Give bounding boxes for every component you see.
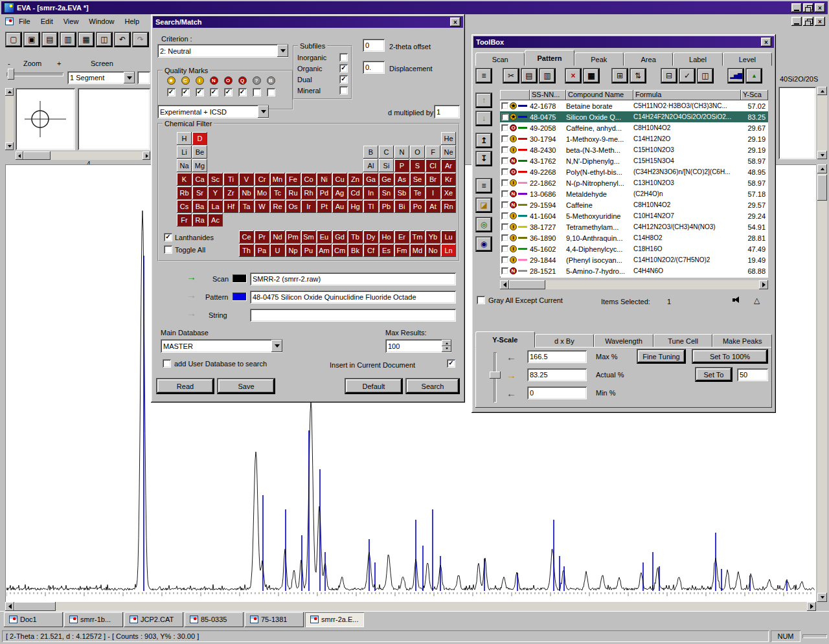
restore-icon[interactable]	[803, 3, 813, 12]
element-cell[interactable]: Pd	[317, 186, 332, 199]
chevron-down-icon[interactable]	[124, 72, 135, 83]
import-icon[interactable]: ▣	[23, 32, 40, 47]
element-cell[interactable]: Nd	[270, 230, 285, 243]
element-cell[interactable]: H	[177, 132, 192, 145]
criterion-select[interactable]: 2: Neutral	[157, 44, 288, 58]
element-cell[interactable]: Cl	[426, 159, 440, 172]
table-hscrollbar[interactable]	[500, 280, 768, 289]
element-cell[interactable]: Nb	[239, 186, 254, 199]
element-cell[interactable]: Os	[286, 200, 301, 213]
column-header[interactable]: SS-NN...	[530, 90, 566, 100]
element-cell[interactable]: Ba	[192, 200, 207, 213]
new-icon[interactable]: ▢	[5, 32, 22, 47]
window-icon[interactable]: ◫	[697, 68, 714, 83]
main-titlebar[interactable]: EVA - [smrr-2a.EVA *] ×	[1, 1, 828, 14]
element-cell[interactable]: Po	[410, 200, 425, 213]
element-cell[interactable]: Zr	[223, 186, 238, 199]
save-icon[interactable]: ▥	[60, 32, 76, 47]
element-cell[interactable]: Sc	[208, 173, 223, 186]
undo-icon[interactable]: ↶	[114, 32, 131, 47]
scroll-down-icon[interactable]	[817, 593, 827, 602]
paint-icon[interactable]: ◪	[475, 197, 492, 213]
delete-icon[interactable]: ×	[565, 68, 582, 83]
print-icon[interactable]: ⊟	[661, 68, 677, 83]
element-cell[interactable]: Te	[410, 186, 425, 199]
scrollbar-thumb[interactable]	[509, 280, 545, 289]
element-cell[interactable]: Pt	[317, 200, 332, 213]
element-cell[interactable]: Ho	[379, 230, 394, 243]
element-cell[interactable]: Kr	[441, 173, 456, 186]
quality-mark-checkbox[interactable]	[253, 88, 261, 96]
pattern-list-row[interactable]: I 45-1602 4,4-Diphenylcyc... C18H16O 47.…	[500, 243, 768, 254]
string-field[interactable]	[250, 309, 456, 322]
quality-mark-checkbox[interactable]	[224, 88, 233, 96]
row-checkbox[interactable]	[501, 256, 508, 263]
toolbox-tab[interactable]: Pattern	[525, 50, 574, 66]
element-cell[interactable]: Fe	[286, 173, 301, 186]
underlying-list-pane[interactable]	[778, 87, 816, 159]
close-icon[interactable]: ×	[761, 38, 771, 47]
quality-mark-checkbox[interactable]	[196, 88, 204, 96]
element-cell[interactable]: Np	[286, 244, 301, 257]
element-cell[interactable]: In	[363, 186, 378, 199]
move-to-top-icon[interactable]: ↥	[475, 133, 492, 148]
navigator-hscrollbar[interactable]	[16, 151, 150, 160]
chevron-down-icon[interactable]	[277, 45, 288, 57]
close-icon[interactable]: ×	[450, 17, 460, 27]
row-checkbox[interactable]	[501, 179, 508, 186]
subfile-checkbox[interactable]	[339, 75, 348, 83]
element-cell[interactable]: F	[426, 146, 440, 159]
element-cell[interactable]: Tl	[363, 200, 378, 213]
element-cell[interactable]: Ce	[239, 230, 254, 243]
subfile-checkbox[interactable]	[339, 64, 348, 72]
levels-icon[interactable]: ≡	[475, 178, 492, 194]
element-cell[interactable]: I	[426, 186, 440, 199]
element-cell[interactable]: Th	[239, 244, 254, 257]
toolbox-bottom-tab[interactable]: Tune Cell	[653, 334, 713, 348]
element-cell[interactable]: Tb	[348, 230, 363, 243]
element-cell[interactable]: Fm	[394, 244, 409, 257]
scroll-down-icon[interactable]	[817, 151, 827, 159]
toolbox-bottom-tab[interactable]: Y-Scale	[475, 331, 535, 348]
gray-all-checkbox[interactable]	[477, 296, 485, 304]
element-cell[interactable]: Cm	[332, 244, 347, 257]
scrollbar-thumb[interactable]	[817, 175, 827, 201]
pattern-color-swatch[interactable]	[233, 293, 247, 301]
element-cell[interactable]: K	[177, 173, 192, 186]
pattern-list-row[interactable]: N 28-1521 5-Amino-7-hydro... C4H4N6O 68.…	[500, 265, 768, 276]
element-cell[interactable]: Lu	[441, 230, 456, 243]
zoom-minus-label[interactable]: -	[8, 60, 10, 67]
element-cell[interactable]: Ir	[301, 200, 316, 213]
scan-field[interactable]: SMRR-2 (smrr-2.raw)	[250, 272, 456, 285]
row-checkbox[interactable]	[501, 102, 508, 109]
element-cell[interactable]: Au	[332, 200, 347, 213]
globe-icon[interactable]: ◎	[475, 217, 492, 232]
swap-icon[interactable]: ⇅	[630, 68, 646, 83]
pattern-list-row[interactable]: N 43-1762 N,N'-Diphenylg... C15H15N3O4 5…	[500, 155, 768, 166]
quality-mark-checkbox[interactable]	[267, 88, 275, 96]
element-cell[interactable]: Pu	[301, 244, 316, 257]
spinner-down-icon[interactable]	[442, 346, 451, 353]
element-cell[interactable]: Al	[363, 159, 378, 172]
element-cell[interactable]: As	[394, 173, 409, 186]
pattern-list-row[interactable]: ★ 48-0475 Silicon Oxide Q... C14H24F2N2O…	[500, 111, 768, 122]
actual-percent-field[interactable]: 83.25	[527, 368, 587, 381]
element-cell[interactable]: Cf	[363, 244, 378, 257]
element-cell[interactable]: Cs	[177, 200, 192, 213]
element-cell[interactable]: Rn	[441, 200, 456, 213]
element-cell[interactable]: Bk	[348, 244, 363, 257]
element-cell[interactable]: Pb	[379, 200, 394, 213]
insert-document-checkbox[interactable]	[447, 359, 455, 368]
element-cell[interactable]: Pa	[255, 244, 269, 257]
two-theta-offset-field[interactable]: 0	[363, 39, 385, 52]
row-checkbox[interactable]	[501, 223, 508, 230]
element-cell[interactable]: U	[270, 244, 285, 257]
row-checkbox[interactable]	[501, 234, 508, 241]
column-header[interactable]: Y-Sca	[741, 90, 768, 100]
zoom-slider-handle[interactable]	[8, 69, 14, 80]
scroll-right-icon[interactable]	[142, 151, 150, 160]
element-cell[interactable]: Rb	[177, 186, 192, 199]
quality-mark-checkbox[interactable]	[181, 88, 190, 96]
toolbox-tab[interactable]: Level	[723, 52, 772, 66]
element-cell[interactable]: Ge	[379, 173, 394, 186]
